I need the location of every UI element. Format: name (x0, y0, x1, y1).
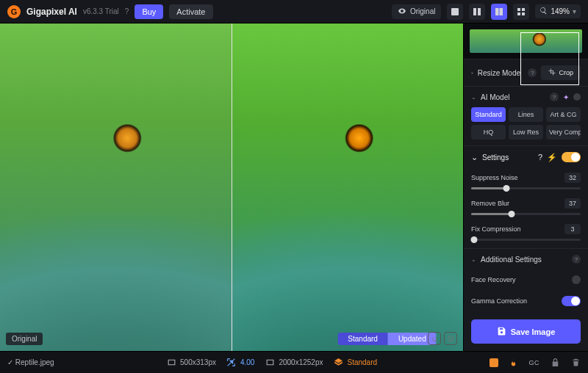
gamma-correction-toggle[interactable] (562, 296, 581, 306)
compare-label: Standard Updated (337, 333, 436, 345)
model-name: Standard (347, 358, 377, 366)
model-hq[interactable]: HQ (471, 125, 506, 140)
output-size-group[interactable]: 2000x1252px (265, 358, 323, 368)
model-compressed[interactable]: Very Compressed (546, 125, 581, 140)
format-icon[interactable] (490, 358, 498, 367)
suppress-noise-slider[interactable] (471, 187, 581, 189)
chevron-down-icon: ⌄ (471, 94, 476, 101)
scale-group[interactable]: 4.00 (226, 358, 254, 368)
ai-model-section[interactable]: ⌄ AI Model ? ✦ (464, 86, 588, 107)
bolt-icon: ⚡ (547, 153, 557, 162)
chevron-down-icon: ⌄ (471, 153, 478, 162)
output-size: 2000x1252px (279, 358, 323, 366)
view-grid-button[interactable] (513, 4, 529, 20)
remove-blur-value[interactable]: 37 (564, 198, 581, 209)
remove-blur-label: Remove Blur (471, 200, 509, 207)
fix-compression-value[interactable]: 3 (564, 224, 581, 234)
feedback-happy-icon[interactable]: ☺ (428, 332, 441, 345)
original-pane (0, 23, 232, 351)
ai-model-label: AI Model (481, 93, 545, 101)
scale-value: 4.00 (240, 358, 254, 366)
suppress-noise-row: Suppress Noise 32 (464, 168, 588, 194)
svg-rect-6 (522, 8, 525, 11)
original-toggle[interactable]: Original (392, 4, 441, 19)
compare-label-a: Standard (337, 333, 388, 345)
input-size: 500x313px (180, 358, 216, 366)
gc-indicator[interactable]: GC (529, 359, 540, 366)
model-standard[interactable]: Standard (471, 107, 506, 122)
scale-icon (226, 358, 237, 368)
navigator-thumbnail[interactable] (464, 23, 588, 59)
svg-rect-7 (517, 12, 520, 15)
zoom-control[interactable]: 149% ▾ (535, 4, 581, 18)
navigator-viewport[interactable] (520, 32, 579, 85)
activate-button[interactable]: Activate (169, 4, 212, 19)
suppress-noise-value[interactable]: 32 (564, 173, 581, 183)
additional-settings-label: Additional Settings (481, 256, 567, 264)
app-version: v6.3.3 Trial (83, 7, 119, 15)
auto-settings-toggle[interactable] (562, 152, 581, 162)
chevron-down-icon: ⌄ (471, 256, 476, 263)
view-side-by-side-button[interactable] (491, 4, 507, 20)
auto-model-dot[interactable] (573, 93, 581, 101)
suppress-noise-label: Suppress Noise (471, 174, 518, 181)
remove-blur-row: Remove Blur 37 (464, 194, 588, 220)
svg-rect-3 (495, 8, 499, 15)
status-bar: Reptile.jpeg 500x313px 4.00 2000x1252px … (0, 351, 588, 373)
wand-icon: ✦ (563, 93, 569, 101)
fix-compression-row: Fix Compression 3 (464, 220, 588, 245)
zoom-value: 149% (551, 7, 570, 15)
model-lines[interactable]: Lines (509, 107, 543, 122)
image-compare-canvas[interactable]: Standard Updated ☺ ☹ Original (0, 23, 463, 351)
view-split-button[interactable] (469, 4, 485, 20)
flame-icon[interactable] (509, 358, 519, 368)
zoom-icon (539, 7, 548, 16)
top-bar: G Gigapixel AI v6.3.3 Trial ? Buy Activa… (0, 0, 588, 23)
trash-icon[interactable] (570, 358, 581, 368)
face-recovery-label: Face Recovery (471, 276, 572, 283)
additional-settings-section[interactable]: ⌄ Additional Settings ? (464, 248, 588, 269)
remove-blur-slider[interactable] (471, 213, 581, 215)
model-lowres[interactable]: Low Res (509, 125, 543, 140)
original-toggle-label: Original (410, 7, 435, 15)
feedback-sad-icon[interactable]: ☹ (444, 332, 457, 345)
svg-rect-2 (478, 8, 481, 15)
processed-pane: Standard Updated ☺ ☹ (232, 23, 464, 351)
svg-rect-8 (522, 12, 525, 15)
chevron-right-icon: › (471, 70, 473, 76)
svg-rect-5 (517, 8, 520, 11)
svg-rect-0 (451, 8, 459, 15)
save-image-button[interactable]: Save Image (471, 319, 581, 344)
model-indicator[interactable]: Standard (333, 358, 377, 368)
face-recovery-row: Face Recovery (464, 269, 588, 290)
eye-icon (398, 7, 406, 17)
app-title: Gigapixel AI (26, 7, 77, 17)
chevron-down-icon: ▾ (573, 7, 576, 15)
image-size-icon (265, 358, 275, 368)
lock-icon[interactable] (550, 358, 560, 368)
input-size-group[interactable]: 500x313px (166, 358, 216, 368)
svg-rect-1 (473, 8, 476, 15)
filename[interactable]: Reptile.jpeg (7, 358, 54, 366)
face-recovery-toggle[interactable] (572, 275, 581, 284)
model-art-cg[interactable]: Art & CG (546, 107, 581, 122)
fix-compression-slider[interactable] (471, 239, 581, 241)
help-icon[interactable]: ? (125, 7, 129, 15)
gamma-correction-label: Gamma Correction (471, 297, 562, 305)
gamma-correction-row: Gamma Correction (464, 290, 588, 312)
settings-section[interactable]: ⌄ Settings ? ⚡ (464, 145, 588, 168)
buy-button[interactable]: Buy (135, 4, 163, 19)
resize-mode-label: Resize Mode (478, 69, 524, 77)
app-logo-icon: G (7, 5, 21, 18)
fix-compression-label: Fix Compression (471, 225, 521, 233)
layers-icon (333, 358, 343, 368)
help-icon[interactable]: ? (538, 153, 542, 162)
model-grid: Standard Lines Art & CG HQ Low Res Very … (464, 107, 588, 145)
help-icon[interactable]: ? (550, 93, 559, 101)
help-icon[interactable]: ? (572, 255, 581, 264)
original-badge: Original (6, 333, 43, 345)
view-single-button[interactable] (447, 4, 463, 20)
save-icon (497, 326, 506, 337)
image-size-icon (166, 358, 176, 368)
settings-label: Settings (482, 153, 534, 162)
